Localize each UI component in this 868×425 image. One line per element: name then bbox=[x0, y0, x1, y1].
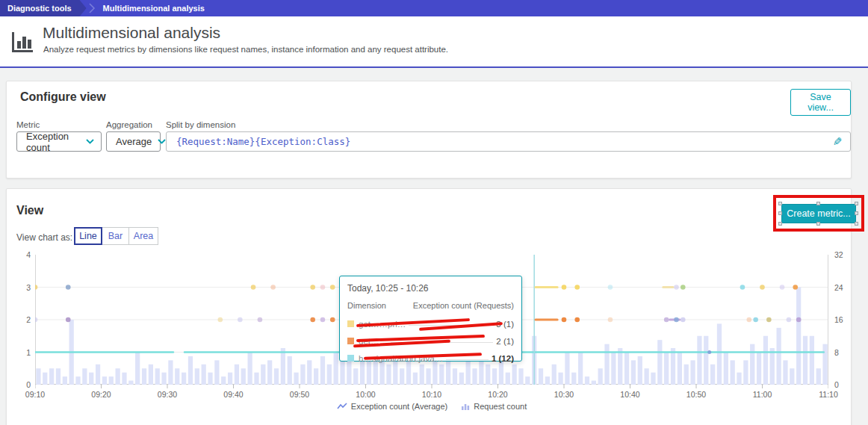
view-card: View Create metric... View chart as: Lin… bbox=[6, 188, 852, 425]
legend-exception-count[interactable]: Exception count (Average) bbox=[337, 402, 447, 411]
legend-label: Request count bbox=[474, 402, 527, 411]
axis-tick-label: 3 bbox=[17, 283, 31, 292]
series-swatch bbox=[347, 320, 354, 327]
pencil-icon[interactable]: ✎ bbox=[833, 135, 843, 149]
axis-tick-label: 32 bbox=[834, 250, 843, 259]
axis-tick-label: 11:00 bbox=[753, 390, 772, 399]
axis-tick-label: 16 bbox=[834, 315, 843, 324]
axis-tick-label: 0 bbox=[17, 380, 31, 389]
chevron-down-icon bbox=[86, 139, 94, 144]
chevron-down-icon bbox=[158, 139, 166, 144]
axis-tick-label: 09:20 bbox=[91, 390, 111, 399]
axis-tick-label: 10:20 bbox=[488, 390, 507, 399]
chart-tooltip: Today, 10:25 - 10:26 Dimension Exception… bbox=[339, 276, 522, 362]
axis-tick-label: 09:40 bbox=[223, 390, 243, 399]
axis-tick-label: 24 bbox=[834, 283, 843, 292]
configure-view-card: Configure view Save view... Metric Aggre… bbox=[6, 81, 852, 179]
series-swatch bbox=[347, 355, 354, 362]
selection-handle bbox=[778, 202, 782, 205]
selection-handle bbox=[855, 202, 858, 205]
axis-tick-label: 10:30 bbox=[554, 390, 574, 399]
axis-tick-label: 1 bbox=[17, 348, 31, 357]
aggregation-select[interactable]: Average bbox=[106, 131, 161, 152]
axis-tick-label: 10:10 bbox=[422, 390, 441, 399]
tooltip-title: Today, 10:25 - 10:26 bbox=[347, 283, 514, 294]
tooltip-col-value: Exception count (Requests) bbox=[413, 301, 514, 310]
axis-tick-label: 10:00 bbox=[356, 390, 375, 399]
breadcrumb-separator-icon bbox=[88, 0, 96, 16]
axis-tick-label: 2 bbox=[17, 315, 31, 324]
chart-legend: Exception count (Average) Request count bbox=[35, 402, 828, 411]
chart-mode-line-button[interactable]: Line bbox=[74, 227, 102, 245]
series-swatch bbox=[347, 338, 354, 344]
split-by-dimension-label: Split by dimension bbox=[166, 120, 235, 129]
tooltip-col-dimension: Dimension bbox=[347, 301, 386, 310]
axis-tick-label: 09:50 bbox=[290, 390, 309, 399]
tooltip-value: 2 (1) bbox=[496, 337, 514, 346]
aggregation-select-value: Average bbox=[116, 136, 152, 147]
redaction-scribble bbox=[419, 322, 503, 331]
page-subtitle: Analyze request metrics by dimensions li… bbox=[43, 45, 448, 54]
axis-tick-label: 11:10 bbox=[819, 390, 838, 399]
tooltip-row: h…signal/abort.java… 1 (12) bbox=[347, 350, 514, 363]
legend-request-count[interactable]: Request count bbox=[461, 402, 527, 411]
selection-handle bbox=[778, 211, 782, 215]
breadcrumb-multidimensional-analysis[interactable]: Multidimensional analysis bbox=[103, 0, 205, 16]
selection-handle bbox=[816, 202, 820, 205]
metric-label: Metric bbox=[16, 120, 40, 129]
axis-tick-label: 8 bbox=[834, 348, 839, 357]
bar-chart-icon bbox=[10, 29, 34, 59]
selection-handle bbox=[855, 211, 858, 215]
chart-mode-area-button[interactable]: Area bbox=[128, 227, 158, 245]
legend-label: Exception count (Average) bbox=[351, 402, 447, 411]
axis-tick-label: 4 bbox=[17, 250, 31, 259]
selection-handle bbox=[816, 222, 820, 226]
create-metric-button[interactable]: Create metric... bbox=[781, 204, 856, 223]
bars-icon bbox=[461, 403, 470, 410]
line-icon bbox=[337, 403, 347, 410]
tooltip-row: get……pri… 3 (1) bbox=[347, 316, 514, 329]
leader-line bbox=[446, 359, 489, 360]
selection-handle bbox=[778, 222, 782, 226]
chart-mode-bar-button[interactable]: Bar bbox=[102, 227, 129, 245]
axis-tick-label: 10:40 bbox=[620, 390, 639, 399]
metric-select[interactable]: Exception count bbox=[16, 131, 102, 152]
configure-view-title: Configure view bbox=[20, 90, 106, 104]
axis-tick-label: 09:10 bbox=[25, 390, 45, 399]
multidimensional-analysis-page: Diagnostic tools Multidimensional analys… bbox=[0, 0, 868, 425]
view-chart-as-label: View chart as: bbox=[16, 232, 72, 243]
page-header: Multidimensional analysis Analyze reques… bbox=[0, 16, 868, 68]
split-by-dimension-input[interactable] bbox=[176, 136, 833, 147]
save-view-button[interactable]: Save view... bbox=[790, 89, 851, 116]
split-by-dimension-field: ✎ bbox=[166, 131, 851, 152]
aggregation-label: Aggregation bbox=[106, 120, 152, 129]
axis-tick-label: 0 bbox=[834, 380, 839, 389]
selection-handle bbox=[855, 222, 858, 226]
view-title: View bbox=[16, 204, 43, 217]
axis-tick-label: 09:30 bbox=[158, 390, 177, 399]
breadcrumb: Diagnostic tools Multidimensional analys… bbox=[0, 0, 868, 16]
page-title: Multidimensional analysis bbox=[43, 24, 220, 42]
breadcrumb-diagnostic-tools[interactable]: Diagnostic tools bbox=[0, 0, 87, 16]
tooltip-value: 1 (12) bbox=[492, 354, 514, 363]
axis-tick-label: 10:50 bbox=[686, 390, 706, 399]
metric-select-value: Exception count bbox=[26, 131, 80, 153]
tooltip-row: get…… 2 (1) bbox=[347, 333, 514, 346]
